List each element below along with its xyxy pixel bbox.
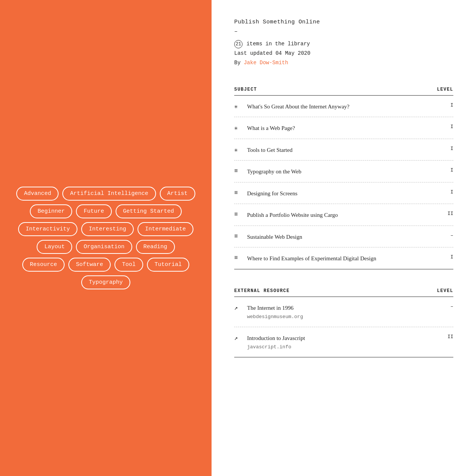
row-level-value: I bbox=[442, 102, 453, 108]
right-panel: Publish Something Online – 21 items in t… bbox=[212, 0, 476, 476]
external-link-icon: ↗ bbox=[234, 304, 243, 312]
external-section: EXTERNAL RESOURCE LEVEL ↗The Internet in… bbox=[234, 288, 453, 357]
subject-row[interactable]: ≡Typography on the WebI bbox=[234, 161, 453, 182]
tag-typography[interactable]: Typography bbox=[81, 275, 130, 289]
by-label: By bbox=[234, 60, 241, 66]
tag-tool[interactable]: Tool bbox=[114, 258, 143, 272]
external-subject-title: The Internet in 1996webdesignmuseum.org bbox=[247, 304, 437, 321]
row-subject-title: What is a Web Page? bbox=[247, 124, 437, 133]
external-level-header-label: LEVEL bbox=[437, 288, 453, 294]
subject-row[interactable]: ≡Designing for ScreensI bbox=[234, 182, 453, 204]
row-subject-title: Publish a Portfolio Website using Cargo bbox=[247, 211, 437, 219]
tag-resource[interactable]: Resource bbox=[22, 258, 65, 272]
external-subject-title: Introduction to Javascriptjavascript.inf… bbox=[247, 334, 437, 351]
items-label: items in the library bbox=[246, 41, 310, 47]
row-level-value: I bbox=[442, 167, 453, 173]
left-panel: AdvancedArtificial IntelligenceArtistBeg… bbox=[0, 0, 212, 476]
library-meta: 21 items in the library Last updated 04 … bbox=[234, 39, 453, 68]
external-level-value: – bbox=[442, 304, 453, 309]
row-subject-title: Where to Find Examples of Experimental D… bbox=[247, 254, 437, 263]
tag-beginner[interactable]: Beginner bbox=[30, 204, 72, 218]
level-header-label: LEVEL bbox=[437, 87, 453, 92]
external-level-value: II bbox=[442, 334, 453, 340]
tag-advanced[interactable]: Advanced bbox=[16, 187, 59, 201]
external-list: ↗The Internet in 1996webdesignmuseum.org… bbox=[234, 297, 453, 357]
subjects-section-header: SUBJECT LEVEL bbox=[234, 87, 453, 96]
row-subject-title: Designing for Screens bbox=[247, 189, 437, 198]
subject-header-label: SUBJECT bbox=[234, 87, 257, 92]
tag-layout[interactable]: Layout bbox=[37, 240, 72, 254]
row-type-icon: ✳ bbox=[234, 146, 243, 154]
subject-row[interactable]: ≡Where to Find Examples of Experimental … bbox=[234, 247, 453, 269]
library-title: Publish Something Online bbox=[234, 19, 453, 25]
subjects-list: ✳What's So Great About the Internet Anyw… bbox=[234, 96, 453, 269]
row-type-icon: ≡ bbox=[234, 211, 243, 218]
external-header-label: EXTERNAL RESOURCE bbox=[234, 288, 290, 294]
tag-interesting[interactable]: Interesting bbox=[81, 222, 134, 236]
subjects-section: SUBJECT LEVEL ✳What's So Great About the… bbox=[234, 87, 453, 269]
row-subject-title: What's So Great About the Internet Anywa… bbox=[247, 102, 437, 111]
library-divider: – bbox=[234, 28, 453, 35]
tag-software[interactable]: Software bbox=[68, 258, 111, 272]
row-level-value: I bbox=[442, 189, 453, 195]
row-type-icon: ✳ bbox=[234, 103, 243, 110]
row-level-value: I bbox=[442, 124, 453, 130]
tag-tutorial[interactable]: Tutorial bbox=[147, 258, 189, 272]
subject-row[interactable]: ≡Sustainable Web Design– bbox=[234, 226, 453, 248]
row-level-value: I bbox=[442, 254, 453, 260]
external-section-header: EXTERNAL RESOURCE LEVEL bbox=[234, 288, 453, 297]
tag-artist[interactable]: Artist bbox=[160, 187, 195, 201]
row-type-icon: ≡ bbox=[234, 255, 243, 261]
subject-row[interactable]: ✳What's So Great About the Internet Anyw… bbox=[234, 96, 453, 117]
row-type-icon: ≡ bbox=[234, 168, 243, 175]
tag-intermediate[interactable]: Intermediate bbox=[138, 222, 193, 236]
row-type-icon: ≡ bbox=[234, 233, 243, 240]
external-row[interactable]: ↗The Internet in 1996webdesignmuseum.org… bbox=[234, 297, 453, 327]
subject-row[interactable]: ✳What is a Web Page?I bbox=[234, 117, 453, 139]
subject-row[interactable]: ≡Publish a Portfolio Website using Cargo… bbox=[234, 204, 453, 226]
last-updated: Last updated 04 May 2020 bbox=[234, 50, 311, 56]
row-subject-title: Typography on the Web bbox=[247, 167, 437, 176]
tag-getting-started[interactable]: Getting Started bbox=[116, 204, 182, 218]
row-type-icon: ≡ bbox=[234, 190, 243, 196]
row-type-icon: ✳ bbox=[234, 124, 243, 132]
tag-artificial-intelligence[interactable]: Artificial Intelligence bbox=[62, 187, 156, 201]
external-row[interactable]: ↗Introduction to Javascriptjavascript.in… bbox=[234, 327, 453, 357]
row-subject-title: Sustainable Web Design bbox=[247, 233, 437, 241]
row-level-value: – bbox=[442, 233, 453, 238]
tag-future[interactable]: Future bbox=[76, 204, 111, 218]
row-level-value: II bbox=[442, 211, 453, 216]
tag-interactivity[interactable]: Interactivity bbox=[18, 222, 77, 236]
tags-container: AdvancedArtificial IntelligenceArtistBeg… bbox=[15, 187, 196, 289]
subject-row[interactable]: ✳Tools to Get StartedI bbox=[234, 139, 453, 161]
tag-organisation[interactable]: Organisation bbox=[76, 240, 132, 254]
author-link[interactable]: Jake Dow-Smith bbox=[244, 60, 288, 66]
row-level-value: I bbox=[442, 146, 453, 151]
row-subject-title: Tools to Get Started bbox=[247, 146, 437, 155]
external-link-icon: ↗ bbox=[234, 334, 243, 342]
items-count: 21 bbox=[234, 40, 243, 48]
tag-reading[interactable]: Reading bbox=[136, 240, 175, 254]
